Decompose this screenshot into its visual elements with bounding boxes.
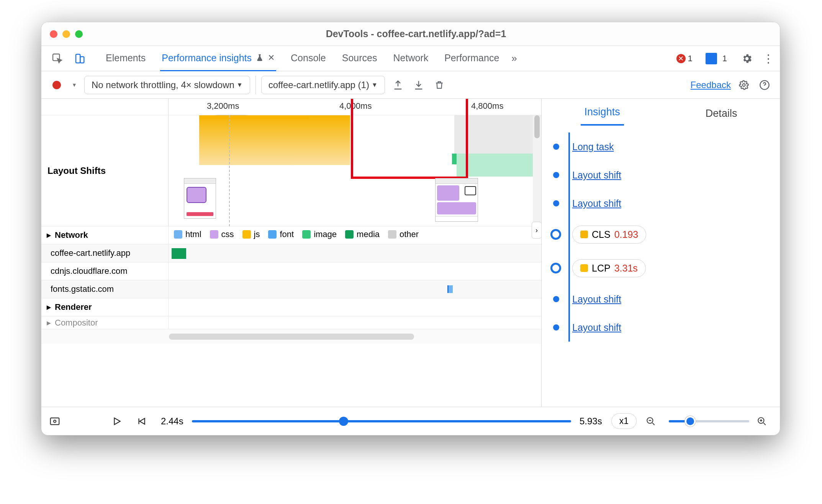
section-label: Compositor <box>55 318 98 328</box>
insight-layout-shift[interactable]: Layout shift <box>572 322 621 333</box>
tab-console[interactable]: Console <box>289 46 327 71</box>
legend-label: html <box>185 229 201 239</box>
insight-cls-pill[interactable]: CLS 0.193 <box>572 226 646 244</box>
insights-panel-tabs: Insights Details <box>542 99 780 126</box>
tab-label: Sources <box>342 52 377 64</box>
toolbar-separator <box>255 76 256 94</box>
legend-color-media <box>345 230 354 239</box>
more-menu-icon[interactable]: ⋮ <box>761 52 775 65</box>
tab-label: Elements <box>106 52 146 64</box>
tab-insights[interactable]: Insights <box>581 106 624 126</box>
tabs-overflow-icon[interactable]: » <box>511 52 517 64</box>
request-bar[interactable] <box>172 248 186 259</box>
section-label: Renderer <box>55 302 92 312</box>
layout-shifts-row-label: Layout Shifts <box>47 165 106 176</box>
insights-list[interactable]: Long task Layout shift Layout shift CLS … <box>542 126 780 407</box>
network-host-label: coffee-cart.netlify.app <box>51 248 130 258</box>
ruler-tick: 4,800ms <box>471 101 503 111</box>
zoom-out-icon[interactable] <box>646 416 661 426</box>
zoom-controls <box>646 416 772 426</box>
legend-color-other <box>388 230 396 239</box>
tab-details[interactable]: Details <box>702 108 741 126</box>
error-icon <box>676 54 686 63</box>
panel-settings-gear-icon[interactable] <box>736 77 752 93</box>
zoom-slider[interactable] <box>669 420 749 422</box>
chevron-right-icon: ▶ <box>47 320 51 326</box>
compositor-section-header[interactable]: ▶Compositor <box>41 316 541 329</box>
network-legend: html css js font image media other <box>169 226 541 242</box>
filmstrip-thumb[interactable] <box>184 178 216 219</box>
legend-color-js <box>242 230 251 239</box>
network-row[interactable]: coffee-cart.netlify.app <box>41 244 541 262</box>
playback-bar: 2.44s 5.93s x1 <box>41 407 780 435</box>
timeline-overview[interactable]: › <box>169 115 541 226</box>
inspect-element-icon[interactable] <box>50 51 65 66</box>
tab-label: Network <box>393 52 429 64</box>
close-tab-icon[interactable]: ✕ <box>268 53 275 63</box>
insight-long-task[interactable]: Long task <box>572 141 614 152</box>
feedback-link[interactable]: Feedback <box>691 80 731 90</box>
insight-layout-shift[interactable]: Layout shift <box>572 198 621 209</box>
export-icon[interactable] <box>390 77 406 93</box>
record-button[interactable] <box>49 77 64 93</box>
legend-color-html <box>174 230 182 239</box>
section-label: Network <box>55 230 88 240</box>
legend-label: font <box>280 229 294 239</box>
play-icon[interactable] <box>112 416 127 426</box>
tab-performance-insights[interactable]: Performance insights ✕ <box>160 46 276 71</box>
speed-pill[interactable]: x1 <box>611 413 637 429</box>
tab-elements[interactable]: Elements <box>104 46 147 71</box>
errors-badge[interactable]: 1 <box>676 54 693 64</box>
tab-performance[interactable]: Performance <box>443 46 501 71</box>
timeline-rail <box>568 133 570 342</box>
record-menu-caret[interactable]: ▾ <box>70 77 79 93</box>
recording-select[interactable]: coffee-cart.netlify.app (1) ▼ <box>261 76 385 94</box>
renderer-section-header[interactable]: ▶Renderer <box>41 298 541 316</box>
import-icon[interactable] <box>411 77 426 93</box>
throttling-select[interactable]: No network throttling, 4× slowdown ▼ <box>84 76 250 94</box>
network-section-header[interactable]: ▶Network html css js font image media ot… <box>41 226 541 244</box>
selection-highlight-box <box>351 99 468 179</box>
tab-sources[interactable]: Sources <box>341 46 379 71</box>
filmstrip-thumb[interactable] <box>435 178 478 222</box>
jump-start-icon[interactable] <box>136 416 152 426</box>
legend-color-font <box>268 230 277 239</box>
cls-value: 0.193 <box>614 229 639 240</box>
settings-gear-icon[interactable] <box>739 51 755 66</box>
chevron-right-icon: ▶ <box>47 304 51 310</box>
insight-lcp-pill[interactable]: LCP 3.31s <box>572 259 646 277</box>
tab-network[interactable]: Network <box>392 46 430 71</box>
insights-toolbar: ▾ No network throttling, 4× slowdown ▼ c… <box>41 71 780 99</box>
ruler-tick: 3,200ms <box>207 101 239 111</box>
legend-label: js <box>254 229 260 239</box>
issue-icon <box>706 53 717 64</box>
insight-layout-shift[interactable]: Layout shift <box>572 294 621 305</box>
cls-label: CLS <box>592 229 611 240</box>
recording-value: coffee-cart.netlify.app (1) <box>269 80 369 90</box>
devtools-window: DevTools - coffee-cart.netlify.app/?ad=1… <box>41 22 780 435</box>
issues-badge[interactable]: 1 <box>699 53 727 64</box>
toggle-drawer-icon[interactable] <box>49 416 64 427</box>
svg-point-6 <box>54 420 56 422</box>
svg-rect-1 <box>76 54 80 63</box>
overview-scrollbar[interactable] <box>533 115 541 226</box>
svg-rect-2 <box>80 57 84 63</box>
request-bar[interactable] <box>447 285 453 293</box>
issues-count: 1 <box>722 54 727 64</box>
tab-label: Console <box>291 52 326 64</box>
insight-layout-shift[interactable]: Layout shift <box>572 170 621 181</box>
legend-label: other <box>400 229 419 239</box>
delete-icon[interactable] <box>432 77 447 93</box>
network-row[interactable]: fonts.gstatic.com <box>41 280 541 298</box>
playback-slider[interactable] <box>192 420 571 422</box>
help-icon[interactable] <box>757 77 772 93</box>
window-title: DevTools - coffee-cart.netlify.app/?ad=1 <box>52 28 780 39</box>
caret-down-icon: ▼ <box>372 82 378 88</box>
network-row[interactable]: cdnjs.cloudflare.com <box>41 262 541 280</box>
zoom-in-icon[interactable] <box>757 416 772 426</box>
network-host-label: cdnjs.cloudflare.com <box>51 266 128 276</box>
device-toolbar-icon[interactable] <box>72 51 87 66</box>
horizontal-scrollbar[interactable] <box>41 329 541 344</box>
titlebar: DevTools - coffee-cart.netlify.app/?ad=1 <box>41 22 780 46</box>
flask-icon <box>255 54 264 62</box>
